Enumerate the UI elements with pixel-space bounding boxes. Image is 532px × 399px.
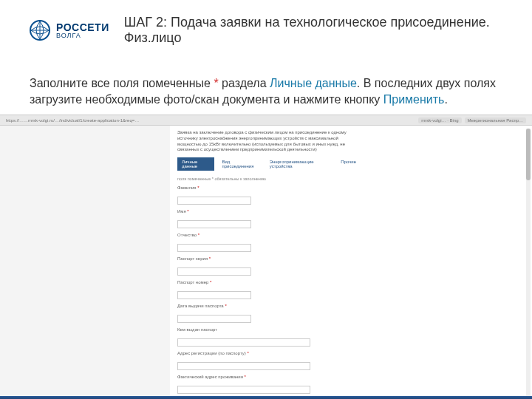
browser-tab[interactable]: mrsk-volgi… · Bing — [418, 117, 461, 123]
highlight-apply: Применить — [383, 93, 445, 106]
field-label: Дата выдачи паспорта * — [177, 304, 361, 308]
required-mark: * — [245, 375, 246, 379]
required-mark: * — [209, 256, 211, 261]
logo-globe-icon — [30, 20, 50, 41]
application-view: Заявка на заключение договора с физическ… — [170, 126, 532, 399]
logo-main-text: РОССЕТИ — [56, 22, 109, 33]
instruction-text: Заполните все поля помеченные * раздела … — [0, 75, 532, 109]
field-label: Фамилия * — [177, 185, 361, 190]
tab-devices[interactable]: Энергопринимающие устройства — [265, 157, 334, 171]
form-field: Отчество * — [177, 233, 361, 252]
text-input[interactable] — [177, 362, 310, 370]
required-mark: * — [197, 185, 199, 190]
scrollbar-thumb[interactable] — [526, 129, 531, 180]
slide-header: РОССЕТИ ВОЛГА ШАГ 2: Подача заявки на те… — [0, 0, 532, 53]
step-title: ШАГ 2: Подача заявки на технологическое … — [124, 15, 502, 46]
field-label: Отчество * — [177, 233, 361, 237]
text-input[interactable] — [177, 386, 310, 394]
field-label: Адрес регистрации (по паспорту) * — [177, 351, 361, 355]
required-mark: * — [198, 233, 200, 237]
required-mark: * — [247, 351, 248, 355]
logo: РОССЕТИ ВОЛГА — [30, 20, 109, 41]
address-bar: https://……mrsk-volgi.ru/…/individual/1/c… — [0, 115, 532, 126]
logo-sub-text: ВОЛГА — [56, 33, 109, 39]
highlight-personal-data: Личные данные — [270, 77, 357, 89]
field-label: Паспорт серия * — [177, 256, 361, 261]
text-input[interactable] — [177, 244, 251, 252]
form-field: Паспорт серия * — [177, 256, 361, 276]
required-mark: * — [187, 209, 188, 214]
form-hint: поля помеченные * обязательны к заполнен… — [177, 177, 361, 181]
url-text: https://……mrsk-volgi.ru/…/individual/1/c… — [6, 118, 418, 123]
form-field: Кем выдан паспорт — [177, 327, 361, 347]
tab-personal-data[interactable]: Личные данные — [177, 157, 214, 171]
taskbar — [0, 396, 532, 399]
text-input[interactable] — [177, 267, 251, 276]
field-label: Паспорт номер * — [177, 280, 361, 284]
tab-connection-type[interactable]: Вид присоединения — [217, 157, 262, 171]
form-field: Фактический адрес проживания * — [177, 375, 361, 394]
form-field: Фамилия * — [177, 185, 361, 205]
text-input[interactable] — [177, 197, 251, 205]
form-field: Дата выдачи паспорта * — [177, 304, 361, 323]
form-field: Адрес регистрации (по паспорту) * — [177, 351, 361, 370]
browser-tab[interactable]: Межрегиональная Распр… — [465, 117, 526, 123]
app-description: Заявка на заключение договора с физическ… — [177, 130, 361, 153]
text-input[interactable] — [177, 338, 310, 347]
form-tabs: Личные данные Вид присоединения Энергопр… — [177, 157, 361, 171]
text-input[interactable] — [177, 220, 251, 228]
vertical-scrollbar[interactable] — [526, 129, 531, 396]
required-mark: * — [225, 304, 226, 308]
field-label: Кем выдан паспорт — [177, 327, 361, 332]
form-field: Паспорт номер * — [177, 280, 361, 299]
tab-other[interactable]: Прочие — [336, 157, 361, 171]
text-input[interactable] — [177, 315, 251, 323]
browser-screenshot: https://……mrsk-volgi.ru/…/individual/1/c… — [0, 115, 532, 399]
field-label: Имя * — [177, 209, 361, 214]
form-field: Имя * — [177, 209, 361, 228]
required-mark: * — [210, 280, 211, 284]
text-input[interactable] — [177, 291, 251, 299]
field-label: Фактический адрес проживания * — [177, 375, 361, 379]
